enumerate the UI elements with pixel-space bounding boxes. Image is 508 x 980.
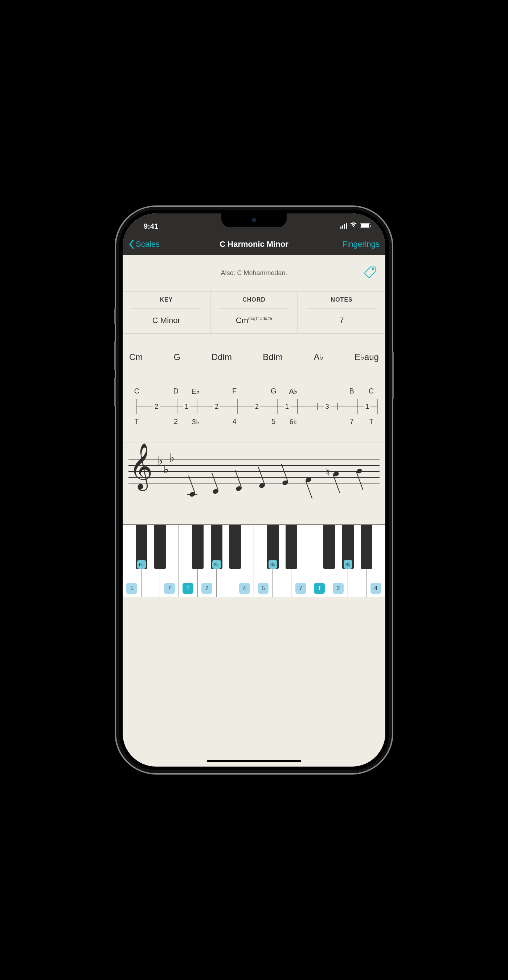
key-degree-label: 3♭ [212,560,221,569]
header-notes: NOTES [306,291,377,309]
chord-chip[interactable]: E♭aug [354,352,379,362]
black-key[interactable]: 3♭ [342,525,354,569]
key-sig-flat: ♭ [169,451,175,465]
key-degree-label: T [183,583,194,594]
cellular-icon [340,223,347,229]
aka-text: Also: C Mohammedan. [221,269,287,277]
volume-down [114,377,116,407]
key-degree-label: 4 [239,583,250,594]
key-sig-flat: ♭ [163,462,169,476]
chord-chip[interactable]: Ddim [211,352,232,362]
black-key[interactable]: 3♭ [211,525,222,569]
also-known-as: Also: C Mohammedan. [123,255,385,291]
note-row: CDE♭FGA♭BC [127,387,381,396]
interval-diagram: CDE♭FGA♭BC 2122131 T23♭456♭7T [123,381,385,433]
content: Also: C Mohammedan. KEY C Minor CHORD Cm… [123,255,385,767]
black-key[interactable] [323,525,335,569]
interval-ruler: 2122131 [127,396,381,417]
tag-icon [364,266,377,279]
chord-chip[interactable]: Cm [129,352,143,362]
black-key[interactable] [286,525,297,569]
key-sig-flat: ♭ [157,454,163,468]
black-key[interactable] [361,525,372,569]
mute-switch [114,309,116,324]
col-chord[interactable]: CHORD Cmmaj11add#5 [210,291,298,333]
key-degree-label: 5 [126,583,137,594]
back-button[interactable]: Scales [129,239,160,249]
status-time: 9:41 [144,222,158,231]
volume-up [114,341,116,370]
value-notes: 7 [340,309,344,333]
key-degree-label: 4 [370,583,381,594]
tag-button[interactable] [364,266,377,280]
wifi-icon [350,222,357,229]
chord-chip[interactable]: A♭ [314,352,323,362]
col-notes[interactable]: NOTES 7 [298,291,385,333]
piano-keyboard[interactable]: 57T2457T246♭3♭6♭3♭ [123,525,385,597]
phone-frame: 9:41 Scales C Harmonic Minor Fingerings … [116,207,392,773]
key-degree-label: T [314,583,325,594]
fingerings-button[interactable]: Fingerings [342,240,379,249]
key-degree-label: 6♭ [137,560,146,569]
power-button [392,352,394,399]
back-label: Scales [136,240,160,249]
key-degree-label: 7 [164,583,175,594]
header-key: KEY [131,291,202,309]
info-table: KEY C Minor CHORD Cmmaj11add#5 NOTES 7 [123,291,385,334]
treble-clef-icon: 𝄞 [129,452,153,480]
black-key[interactable] [154,525,166,569]
note [212,488,219,495]
col-key[interactable]: KEY C Minor [123,291,210,333]
page-title: C Harmonic Minor [219,240,288,249]
black-key[interactable] [192,525,203,569]
home-indicator[interactable] [207,760,301,762]
key-degree-label: 6♭ [268,560,277,569]
key-degree-label: 3♭ [344,560,352,569]
black-key[interactable]: 6♭ [136,525,147,569]
black-key[interactable] [229,525,241,569]
header-chord: CHORD [219,291,289,309]
related-chords[interactable]: Cm G Ddim Bdim A♭ E♭aug [123,343,385,371]
degree-row: T23♭456♭7T [127,417,381,426]
status-icons [340,222,370,229]
value-key: C Minor [152,309,180,333]
music-staff: 𝄞 ♭ ♭ ♭ ♮ [123,442,385,515]
chord-chip[interactable]: G [174,352,181,362]
battery-icon [360,223,370,228]
key-degree-label: 7 [295,583,306,594]
chevron-left-icon [129,239,135,249]
chord-chip[interactable]: Bdim [263,352,283,362]
camera-dot [252,218,256,222]
key-degree-label: 2 [202,583,212,594]
key-degree-label: 2 [333,583,344,594]
key-degree-label: 5 [258,583,268,594]
nav-bar: Scales C Harmonic Minor Fingerings [123,234,385,255]
screen: 9:41 Scales C Harmonic Minor Fingerings … [123,213,385,767]
svg-point-0 [372,269,374,270]
black-key[interactable]: 6♭ [267,525,279,569]
value-chord: Cmmaj11add#5 [236,309,272,333]
